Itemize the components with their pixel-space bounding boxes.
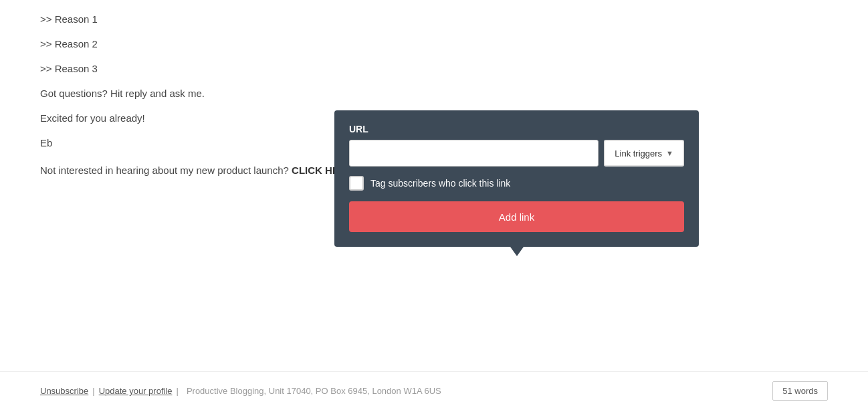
questions-line: Got questions? Hit reply and ask me. [40, 81, 828, 106]
main-content: >> Reason 1 >> Reason 2 >> Reason 3 Got … [0, 0, 868, 180]
unsubscribe-link[interactable]: Unsubscribe [40, 386, 88, 396]
separator1: | [92, 386, 94, 396]
link-triggers-label: Link triggers [615, 148, 662, 159]
add-link-button[interactable]: Add link [349, 201, 684, 232]
reason3-line: >> Reason 3 [40, 56, 828, 81]
reason2-line: >> Reason 2 [40, 31, 828, 56]
update-profile-link[interactable]: Update your profile [99, 386, 173, 396]
bottom-links: Unsubscribe | Update your profile | Prod… [40, 386, 445, 396]
tag-checkbox[interactable] [349, 176, 364, 191]
tag-row: Tag subscribers who click this link [349, 176, 684, 191]
link-triggers-button[interactable]: Link triggers ▼ [604, 140, 684, 167]
not-interested-text: Not interested in hearing about my new p… [40, 165, 289, 176]
url-input[interactable] [349, 140, 599, 167]
bottom-bar: Unsubscribe | Update your profile | Prod… [0, 371, 868, 410]
url-row: Link triggers ▼ [349, 140, 684, 167]
word-count-box: 51 words [772, 381, 828, 401]
url-popup: URL Link triggers ▼ Tag subscribers who … [334, 110, 699, 247]
word-count: 51 words [782, 386, 818, 396]
address-text: Productive Blogging, Unit 17040, PO Box … [187, 386, 441, 396]
reason1-line: >> Reason 1 [40, 7, 828, 31]
url-label: URL [349, 124, 684, 134]
chevron-down-icon: ▼ [666, 149, 673, 157]
separator2: | [177, 386, 179, 396]
tag-label: Tag subscribers who click this link [370, 178, 510, 189]
